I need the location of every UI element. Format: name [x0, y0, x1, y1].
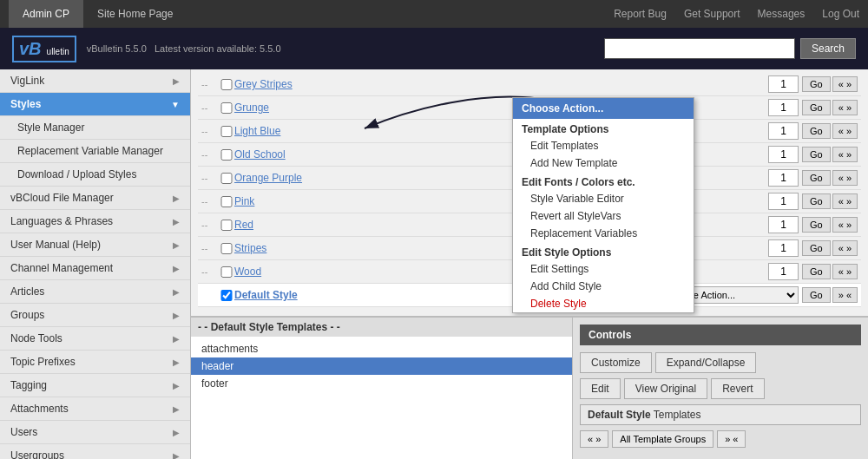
- style-order-grey-stripes[interactable]: [768, 75, 799, 93]
- style-checkbox-grunge[interactable]: [219, 102, 234, 114]
- sidebar-item-groups[interactable]: Groups ▶: [0, 304, 190, 327]
- edit-button[interactable]: Edit: [580, 378, 621, 399]
- style-order-orange-purple[interactable]: [768, 169, 799, 187]
- sidebar-item-node-tools[interactable]: Node Tools ▶: [0, 327, 190, 351]
- style-checkbox-stripes[interactable]: [219, 243, 234, 254]
- chevron-right-icon: ▶: [173, 451, 180, 460]
- sidebar-item-users[interactable]: Users ▶: [0, 421, 190, 444]
- template-item-header[interactable]: header: [191, 357, 572, 375]
- templates-panel-title: - - Default Style Templates - -: [191, 318, 572, 337]
- expand-collapse-button[interactable]: Expand/Collapse: [655, 352, 757, 373]
- top-nav-links: Report Bug Get Support Messages Log Out: [614, 8, 859, 20]
- style-nav-default[interactable]: » «: [832, 287, 858, 303]
- dropdown-item-add-new-template[interactable]: Add New Template: [513, 154, 694, 172]
- style-nav-wood[interactable]: « »: [832, 264, 858, 279]
- style-go-light-blue[interactable]: Go: [802, 123, 831, 139]
- view-original-button[interactable]: View Original: [624, 378, 707, 399]
- style-order-light-blue[interactable]: [768, 122, 799, 140]
- dropdown-item-add-child-style[interactable]: Add Child Style: [513, 278, 694, 295]
- chevron-right-icon: ▶: [173, 76, 180, 86]
- tab-admin-cp[interactable]: Admin CP: [9, 0, 83, 28]
- nav-next-button[interactable]: » «: [717, 430, 746, 448]
- logo-area: vBulletin vBulletin 5.5.0 Latest version…: [12, 36, 281, 62]
- dropdown-item-style-variable-editor[interactable]: Style Variable Editor: [513, 190, 694, 207]
- link-log-out[interactable]: Log Out: [822, 8, 859, 20]
- style-nav-grunge[interactable]: « »: [832, 100, 858, 115]
- logo: vBulletin: [12, 36, 76, 62]
- all-template-groups-button[interactable]: All Template Groups: [612, 430, 713, 448]
- style-go-red[interactable]: Go: [802, 217, 831, 233]
- style-nav-red[interactable]: « »: [832, 217, 858, 233]
- dropdown-section-edit-fonts: Edit Fonts / Colors etc.: [513, 172, 694, 190]
- search-button[interactable]: Search: [800, 38, 856, 59]
- style-order-old-school[interactable]: [768, 146, 799, 163]
- style-go-stripes[interactable]: Go: [802, 240, 831, 256]
- style-checkbox-default[interactable]: [219, 290, 234, 301]
- sidebar-item-vbcloud[interactable]: vBCloud File Manager ▶: [0, 187, 190, 210]
- sidebar-item-style-manager[interactable]: Style Manager: [0, 116, 190, 140]
- style-nav-pink[interactable]: « »: [832, 193, 858, 209]
- link-messages[interactable]: Messages: [758, 8, 806, 20]
- dropdown-item-edit-templates[interactable]: Edit Templates: [513, 137, 694, 154]
- style-checkbox-pink[interactable]: [219, 196, 234, 207]
- sidebar-item-user-manual[interactable]: User Manual (Help) ▶: [0, 233, 190, 257]
- style-nav-light-blue[interactable]: « »: [832, 123, 858, 139]
- chevron-right-icon: ▶: [173, 240, 180, 250]
- style-nav-orange-purple[interactable]: « »: [832, 170, 858, 186]
- style-go-grunge[interactable]: Go: [802, 100, 831, 115]
- dropdown-item-replacement-variables[interactable]: Replacement Variables: [513, 225, 694, 242]
- template-item-attachments[interactable]: attachments: [191, 340, 572, 357]
- sidebar-item-download-upload-styles[interactable]: Download / Upload Styles: [0, 163, 190, 187]
- style-nav-stripes[interactable]: « »: [832, 240, 858, 256]
- sidebar-item-topic-prefixes[interactable]: Topic Prefixes ▶: [0, 351, 190, 374]
- style-name-grey-stripes[interactable]: Grey Stripes: [234, 78, 768, 90]
- sidebar-item-languages[interactable]: Languages & Phrases ▶: [0, 210, 190, 233]
- dropdown-item-edit-settings[interactable]: Edit Settings: [513, 260, 694, 278]
- style-nav-grey-stripes[interactable]: « »: [832, 76, 858, 92]
- style-checkbox-grey-stripes[interactable]: [219, 79, 234, 90]
- style-checkbox-light-blue[interactable]: [219, 126, 234, 137]
- search-input[interactable]: [604, 38, 795, 59]
- style-go-orange-purple[interactable]: Go: [802, 170, 831, 186]
- style-nav-old-school[interactable]: « »: [832, 147, 858, 162]
- revert-button[interactable]: Revert: [711, 378, 764, 399]
- controls-buttons: Customize Expand/Collapse: [580, 352, 861, 373]
- style-go-pink[interactable]: Go: [802, 193, 831, 209]
- link-get-support[interactable]: Get Support: [684, 8, 740, 20]
- style-order-wood[interactable]: [768, 263, 799, 280]
- dropdown-section-template-options: Template Options: [513, 119, 694, 137]
- sidebar-item-channel-management[interactable]: Channel Management ▶: [0, 257, 190, 280]
- sidebar-item-tagging[interactable]: Tagging ▶: [0, 374, 190, 397]
- version-info: vBulletin 5.5.0 Latest version available…: [87, 43, 281, 54]
- style-go-old-school[interactable]: Go: [802, 147, 831, 162]
- style-order-pink[interactable]: [768, 193, 799, 210]
- style-go-default[interactable]: Go: [802, 287, 831, 303]
- tab-site-home[interactable]: Site Home Page: [83, 0, 187, 28]
- style-checkbox-orange-purple[interactable]: [219, 173, 234, 184]
- chevron-right-icon: ▶: [173, 334, 180, 344]
- style-order-stripes[interactable]: [768, 239, 799, 257]
- search-area: Search: [604, 38, 856, 59]
- style-order-red[interactable]: [768, 216, 799, 233]
- sidebar-item-replacement-variable-manager[interactable]: Replacement Variable Manager: [0, 140, 190, 163]
- style-order-grunge[interactable]: [768, 99, 799, 116]
- dropdown-header[interactable]: Choose Action...: [513, 98, 694, 119]
- customize-button[interactable]: Customize: [580, 352, 652, 373]
- sidebar-item-articles[interactable]: Articles ▶: [0, 280, 190, 304]
- sidebar-item-styles[interactable]: Styles ▼: [0, 93, 190, 116]
- style-checkbox-old-school[interactable]: [219, 149, 234, 161]
- sidebar-item-usergroups[interactable]: Usergroups ▶: [0, 444, 190, 459]
- dropdown-item-revert-all-stylevars[interactable]: Revert all StyleVars: [513, 207, 694, 225]
- style-checkbox-wood[interactable]: [219, 266, 234, 278]
- sidebar-item-viglink[interactable]: VigLink ▶: [0, 69, 190, 93]
- style-go-wood[interactable]: Go: [802, 264, 831, 279]
- style-checkbox-red[interactable]: [219, 220, 234, 231]
- dropdown-item-delete-style[interactable]: Delete Style: [513, 295, 694, 312]
- nav-prev-button[interactable]: « »: [580, 430, 608, 448]
- style-go-grey-stripes[interactable]: Go: [802, 76, 831, 92]
- dropdown-section-edit-style-options: Edit Style Options: [513, 242, 694, 260]
- template-item-footer[interactable]: footer: [191, 375, 572, 392]
- sidebar-item-attachments[interactable]: Attachments ▶: [0, 397, 190, 421]
- chevron-right-icon: ▶: [173, 381, 180, 390]
- link-report-bug[interactable]: Report Bug: [614, 8, 667, 20]
